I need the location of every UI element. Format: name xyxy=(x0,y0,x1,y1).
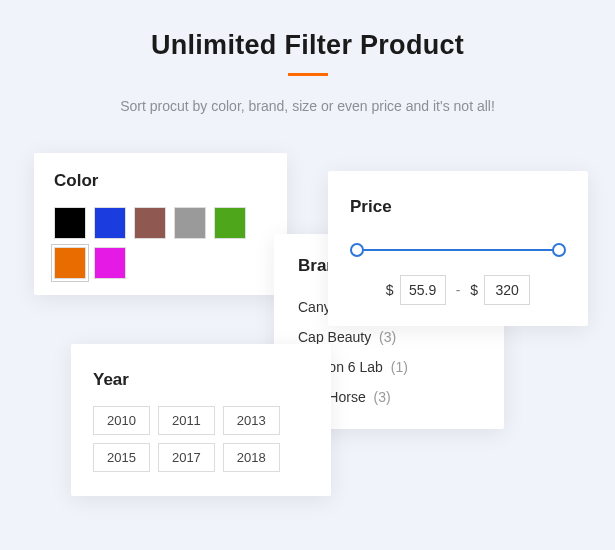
year-tag[interactable]: 2013 xyxy=(223,406,280,435)
year-tag-list: 201020112013201520172018 xyxy=(93,406,309,472)
price-range-separator: - xyxy=(456,282,461,298)
currency-symbol-min: $ xyxy=(386,282,394,298)
filter-card-color: Color xyxy=(34,153,287,295)
color-swatch-brown[interactable] xyxy=(134,207,166,239)
color-swatch-list xyxy=(54,207,267,279)
color-swatch-black[interactable] xyxy=(54,207,86,239)
price-max-input[interactable] xyxy=(484,275,530,305)
color-swatch-orange[interactable] xyxy=(54,247,86,279)
slider-handle-max[interactable] xyxy=(552,243,566,257)
color-filter-title: Color xyxy=(54,171,267,191)
page-subtitle: Sort procut by color, brand, size or eve… xyxy=(0,98,615,114)
color-swatch-grey[interactable] xyxy=(174,207,206,239)
price-slider[interactable] xyxy=(354,243,562,257)
currency-symbol-max: $ xyxy=(470,282,478,298)
year-tag[interactable]: 2017 xyxy=(158,443,215,472)
price-filter-title: Price xyxy=(350,197,566,217)
price-input-row: $ - $ xyxy=(350,275,566,305)
year-tag[interactable]: 2015 xyxy=(93,443,150,472)
color-swatch-magenta[interactable] xyxy=(94,247,126,279)
page-title: Unlimited Filter Product xyxy=(0,30,615,61)
brand-count: (3) xyxy=(374,389,391,405)
brand-label: Cap Beauty xyxy=(298,329,371,345)
brand-count: (1) xyxy=(391,359,408,375)
slider-handle-min[interactable] xyxy=(350,243,364,257)
color-swatch-blue[interactable] xyxy=(94,207,126,239)
brand-count: (3) xyxy=(379,329,396,345)
filter-card-price: Price $ - $ xyxy=(328,171,588,326)
slider-track xyxy=(354,249,562,251)
year-tag[interactable]: 2011 xyxy=(158,406,215,435)
year-tag[interactable]: 2010 xyxy=(93,406,150,435)
year-filter-title: Year xyxy=(93,370,309,390)
year-tag[interactable]: 2018 xyxy=(223,443,280,472)
filter-card-year: Year 201020112013201520172018 xyxy=(71,344,331,496)
color-swatch-green[interactable] xyxy=(214,207,246,239)
title-underline xyxy=(288,73,328,76)
price-min-input[interactable] xyxy=(400,275,446,305)
